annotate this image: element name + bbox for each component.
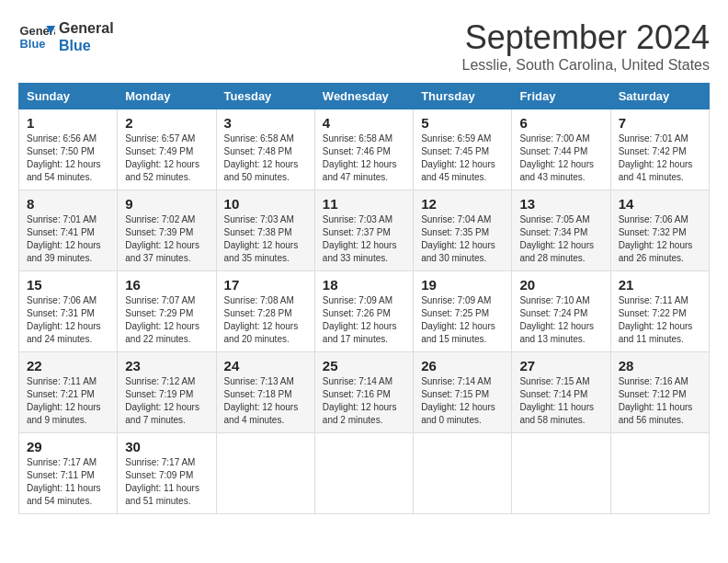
day-info: Sunrise: 7:04 AM Sunset: 7:35 PM Dayligh… xyxy=(421,213,504,265)
header-saturday: Saturday xyxy=(610,84,709,109)
day-info: Sunrise: 7:09 AM Sunset: 7:25 PM Dayligh… xyxy=(421,294,504,346)
calendar-cell: 10Sunrise: 7:03 AM Sunset: 7:38 PM Dayli… xyxy=(216,190,314,271)
day-info: Sunrise: 7:05 AM Sunset: 7:34 PM Dayligh… xyxy=(519,213,602,265)
calendar-cell: 27Sunrise: 7:15 AM Sunset: 7:14 PM Dayli… xyxy=(512,352,610,433)
header-thursday: Thursday xyxy=(414,84,512,109)
calendar-cell: 11Sunrise: 7:03 AM Sunset: 7:37 PM Dayli… xyxy=(314,190,413,271)
day-number: 27 xyxy=(519,358,602,373)
day-info: Sunrise: 7:03 AM Sunset: 7:38 PM Dayligh… xyxy=(224,213,307,265)
calendar-cell xyxy=(512,433,610,514)
day-number: 30 xyxy=(125,439,208,454)
day-number: 29 xyxy=(27,439,109,454)
day-info: Sunrise: 7:01 AM Sunset: 7:42 PM Dayligh… xyxy=(619,132,701,184)
week-row-3: 15Sunrise: 7:06 AM Sunset: 7:31 PM Dayli… xyxy=(19,271,710,352)
day-info: Sunrise: 7:15 AM Sunset: 7:14 PM Dayligh… xyxy=(519,375,602,427)
calendar-cell: 19Sunrise: 7:09 AM Sunset: 7:25 PM Dayli… xyxy=(414,271,512,352)
day-info: Sunrise: 7:07 AM Sunset: 7:29 PM Dayligh… xyxy=(125,294,208,346)
calendar-cell xyxy=(314,433,413,514)
day-info: Sunrise: 6:58 AM Sunset: 7:48 PM Dayligh… xyxy=(224,132,307,184)
calendar-cell xyxy=(216,433,314,514)
day-info: Sunrise: 6:58 AM Sunset: 7:46 PM Dayligh… xyxy=(323,132,405,184)
day-number: 22 xyxy=(27,358,109,373)
title-block: September 2024 Lesslie, South Carolina, … xyxy=(462,18,710,74)
calendar-cell: 3Sunrise: 6:58 AM Sunset: 7:48 PM Daylig… xyxy=(216,109,314,190)
day-info: Sunrise: 7:13 AM Sunset: 7:18 PM Dayligh… xyxy=(224,375,307,427)
calendar-cell: 18Sunrise: 7:09 AM Sunset: 7:26 PM Dayli… xyxy=(314,271,413,352)
day-number: 13 xyxy=(519,196,602,212)
day-info: Sunrise: 7:16 AM Sunset: 7:12 PM Dayligh… xyxy=(619,375,701,427)
header-tuesday: Tuesday xyxy=(216,84,314,109)
day-info: Sunrise: 6:59 AM Sunset: 7:45 PM Dayligh… xyxy=(421,132,504,184)
day-number: 18 xyxy=(323,277,405,293)
calendar-cell: 13Sunrise: 7:05 AM Sunset: 7:34 PM Dayli… xyxy=(512,190,610,271)
calendar-cell: 12Sunrise: 7:04 AM Sunset: 7:35 PM Dayli… xyxy=(414,190,512,271)
day-info: Sunrise: 7:10 AM Sunset: 7:24 PM Dayligh… xyxy=(519,294,602,346)
week-row-1: 1Sunrise: 6:56 AM Sunset: 7:50 PM Daylig… xyxy=(19,109,710,190)
header-wednesday: Wednesday xyxy=(314,84,413,109)
calendar-cell: 20Sunrise: 7:10 AM Sunset: 7:24 PM Dayli… xyxy=(512,271,610,352)
day-info: Sunrise: 7:12 AM Sunset: 7:19 PM Dayligh… xyxy=(125,375,208,427)
day-info: Sunrise: 7:06 AM Sunset: 7:31 PM Dayligh… xyxy=(27,294,109,346)
location: Lesslie, South Carolina, United States xyxy=(462,57,710,74)
day-number: 23 xyxy=(125,358,208,373)
day-number: 10 xyxy=(224,196,307,212)
calendar-cell: 25Sunrise: 7:14 AM Sunset: 7:16 PM Dayli… xyxy=(314,352,413,433)
calendar-cell: 22Sunrise: 7:11 AM Sunset: 7:21 PM Dayli… xyxy=(19,352,118,433)
day-number: 2 xyxy=(125,115,208,131)
day-info: Sunrise: 7:02 AM Sunset: 7:39 PM Dayligh… xyxy=(125,213,208,265)
day-number: 12 xyxy=(421,196,504,212)
day-info: Sunrise: 7:08 AM Sunset: 7:28 PM Dayligh… xyxy=(224,294,307,346)
calendar-cell: 17Sunrise: 7:08 AM Sunset: 7:28 PM Dayli… xyxy=(216,271,314,352)
calendar-cell: 2Sunrise: 6:57 AM Sunset: 7:49 PM Daylig… xyxy=(118,109,216,190)
calendar-cell: 21Sunrise: 7:11 AM Sunset: 7:22 PM Dayli… xyxy=(610,271,709,352)
day-number: 3 xyxy=(224,115,307,131)
calendar-cell xyxy=(414,433,512,514)
calendar-table: SundayMondayTuesdayWednesdayThursdayFrid… xyxy=(18,83,710,514)
day-info: Sunrise: 7:01 AM Sunset: 7:41 PM Dayligh… xyxy=(27,213,109,265)
day-number: 8 xyxy=(27,196,109,212)
day-number: 16 xyxy=(125,277,208,293)
logo-icon: General Blue xyxy=(18,18,55,55)
calendar-cell: 9Sunrise: 7:02 AM Sunset: 7:39 PM Daylig… xyxy=(118,190,216,271)
page-header: General Blue General Blue September 2024… xyxy=(18,18,710,74)
month-title: September 2024 xyxy=(462,18,710,57)
day-number: 6 xyxy=(519,115,602,131)
day-number: 14 xyxy=(619,196,701,212)
header-friday: Friday xyxy=(512,84,610,109)
day-number: 20 xyxy=(519,277,602,293)
calendar-cell: 30Sunrise: 7:17 AM Sunset: 7:09 PM Dayli… xyxy=(118,433,216,514)
calendar-cell: 16Sunrise: 7:07 AM Sunset: 7:29 PM Dayli… xyxy=(118,271,216,352)
day-info: Sunrise: 7:14 AM Sunset: 7:16 PM Dayligh… xyxy=(323,375,405,427)
day-number: 1 xyxy=(27,115,109,131)
day-info: Sunrise: 7:09 AM Sunset: 7:26 PM Dayligh… xyxy=(323,294,405,346)
day-number: 4 xyxy=(323,115,405,131)
day-number: 5 xyxy=(421,115,504,131)
day-number: 21 xyxy=(619,277,701,293)
day-info: Sunrise: 7:03 AM Sunset: 7:37 PM Dayligh… xyxy=(323,213,405,265)
day-info: Sunrise: 7:17 AM Sunset: 7:11 PM Dayligh… xyxy=(27,456,109,508)
day-number: 11 xyxy=(323,196,405,212)
day-info: Sunrise: 6:56 AM Sunset: 7:50 PM Dayligh… xyxy=(27,132,109,184)
day-info: Sunrise: 7:14 AM Sunset: 7:15 PM Dayligh… xyxy=(421,375,504,427)
calendar-cell: 26Sunrise: 7:14 AM Sunset: 7:15 PM Dayli… xyxy=(414,352,512,433)
calendar-cell: 29Sunrise: 7:17 AM Sunset: 7:11 PM Dayli… xyxy=(19,433,118,514)
week-row-4: 22Sunrise: 7:11 AM Sunset: 7:21 PM Dayli… xyxy=(19,352,710,433)
day-number: 7 xyxy=(619,115,701,131)
svg-text:Blue: Blue xyxy=(20,37,46,51)
day-info: Sunrise: 7:17 AM Sunset: 7:09 PM Dayligh… xyxy=(125,456,208,508)
calendar-cell: 24Sunrise: 7:13 AM Sunset: 7:18 PM Dayli… xyxy=(216,352,314,433)
calendar-cell: 8Sunrise: 7:01 AM Sunset: 7:41 PM Daylig… xyxy=(19,190,118,271)
day-info: Sunrise: 6:57 AM Sunset: 7:49 PM Dayligh… xyxy=(125,132,208,184)
calendar-header-row: SundayMondayTuesdayWednesdayThursdayFrid… xyxy=(19,84,710,109)
calendar-cell xyxy=(610,433,709,514)
calendar-cell: 7Sunrise: 7:01 AM Sunset: 7:42 PM Daylig… xyxy=(610,109,709,190)
day-number: 15 xyxy=(27,277,109,293)
day-info: Sunrise: 7:00 AM Sunset: 7:44 PM Dayligh… xyxy=(519,132,602,184)
week-row-2: 8Sunrise: 7:01 AM Sunset: 7:41 PM Daylig… xyxy=(19,190,710,271)
logo-line2: Blue xyxy=(59,37,114,54)
week-row-5: 29Sunrise: 7:17 AM Sunset: 7:11 PM Dayli… xyxy=(19,433,710,514)
header-sunday: Sunday xyxy=(19,84,118,109)
calendar-cell: 23Sunrise: 7:12 AM Sunset: 7:19 PM Dayli… xyxy=(118,352,216,433)
calendar-cell: 28Sunrise: 7:16 AM Sunset: 7:12 PM Dayli… xyxy=(610,352,709,433)
calendar-cell: 1Sunrise: 6:56 AM Sunset: 7:50 PM Daylig… xyxy=(19,109,118,190)
